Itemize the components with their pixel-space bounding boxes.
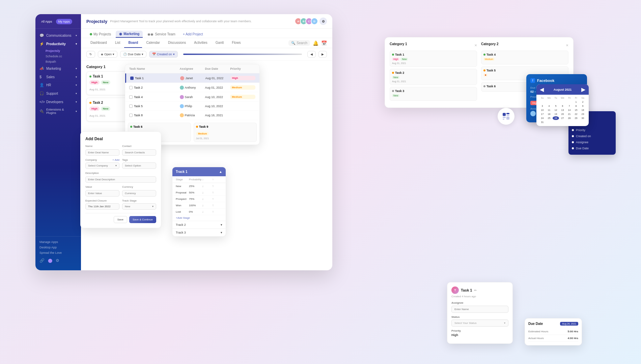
sort-assignee[interactable]: Assignee — [572, 139, 612, 145]
arrow-up-3[interactable]: ↑ — [212, 197, 222, 201]
assignee-field-input[interactable] — [451, 306, 508, 313]
sidebar-item-sales[interactable]: $ Sales ▾ — [35, 73, 81, 81]
tab-discussions[interactable]: Discussions — [164, 38, 190, 48]
sidebar-item-extensions[interactable]: 🔌 Extensions & Plugins ▾ — [35, 106, 81, 117]
name-input[interactable] — [85, 149, 119, 156]
cal-day-7[interactable]: 7 — [566, 104, 573, 108]
tags-select[interactable]: Select Option — [122, 162, 156, 169]
sidebar-item-support[interactable]: 🎧 Support ▾ — [35, 89, 81, 98]
manage-apps-link[interactable]: Manage Apps — [39, 239, 77, 245]
sidebar-subitem-schedule[interactable]: Schedule.cc — [35, 54, 81, 59]
status-select[interactable]: Select Your Status ▾ — [451, 320, 508, 327]
cal-day-26[interactable]: 26 — [553, 116, 559, 120]
save-button[interactable]: Save — [114, 216, 127, 223]
tab-marketing[interactable]: ◉ Marketing — [116, 31, 143, 38]
arrow-up-1[interactable]: ↑ — [212, 184, 222, 188]
sidebar-item-communications[interactable]: 💬 Communications ▾ — [35, 31, 81, 40]
cal-day-31[interactable]: 31 — [539, 120, 546, 124]
add-link[interactable]: + Add — [112, 158, 119, 161]
cal-day-25[interactable]: 25 — [546, 116, 552, 120]
tab-service-team[interactable]: ◉◉ Service Team — [144, 31, 178, 37]
cal-day-9[interactable]: 9 — [580, 104, 586, 108]
cal-day-17[interactable]: 17 — [539, 112, 546, 116]
cal-day-1[interactable]: 1 — [573, 100, 579, 104]
add-project-button[interactable]: + Add Project — [180, 31, 206, 37]
refresh-button[interactable]: ↻ — [86, 51, 95, 58]
desktop-app-link[interactable]: Desktop App — [39, 245, 77, 250]
tab-flows[interactable]: Flows — [228, 38, 245, 48]
sidebar-item-hr[interactable]: 👤 HR ▾ — [35, 81, 81, 89]
tab-activities[interactable]: Activities — [190, 38, 211, 48]
arrow-up-5[interactable]: ↑ — [212, 210, 222, 213]
open-filter-button[interactable]: ◈ Open ▾ — [98, 51, 117, 58]
track-stage-select[interactable]: New ▾ — [122, 203, 156, 210]
description-input[interactable] — [85, 176, 156, 183]
tab-gantt[interactable]: Gantt — [212, 38, 228, 48]
edit-icon[interactable]: ✏ — [474, 289, 477, 292]
created-on-filter-button[interactable]: 📅 Created on ▾ — [149, 51, 178, 58]
arrow-down-3[interactable]: ↓ — [202, 197, 212, 201]
arrow-down-2[interactable]: ↓ — [202, 191, 212, 194]
calendar-icon[interactable]: 📅 — [321, 40, 327, 46]
list-row-4[interactable]: Task 5 Philip Aug 10, 2022 — [125, 102, 259, 111]
company-select[interactable]: Select Company ▾ — [85, 162, 119, 169]
sidebar-item-productivity[interactable]: ⚡ Productivity ▾ — [35, 40, 81, 48]
cal-day-5[interactable]: 5 — [553, 104, 559, 108]
cal-day-22[interactable]: 22 — [573, 112, 579, 116]
currency-input[interactable] — [122, 190, 156, 196]
value-input[interactable] — [85, 190, 119, 196]
arrow-down-5[interactable]: ↓ — [202, 210, 212, 213]
cal-day-12[interactable]: 12 — [553, 108, 559, 112]
sidebar-subitem-botpath[interactable]: Botpath — [35, 59, 81, 64]
cal-day-16[interactable]: 16 — [580, 108, 586, 112]
checkbox-2[interactable] — [129, 86, 133, 89]
settings-icon[interactable]: ⚙ — [56, 258, 59, 263]
tab-board[interactable]: Board — [124, 38, 142, 48]
tab-dashboard[interactable]: Dashboard — [86, 38, 111, 48]
all-apps-btn[interactable]: All Apps — [39, 19, 55, 24]
sort-created-on[interactable]: Created on — [572, 133, 612, 139]
cal-day-20[interactable]: 20 — [559, 112, 566, 116]
arrow-up-2[interactable]: ↑ — [212, 191, 222, 194]
cal-day-2[interactable]: 2 — [580, 100, 586, 104]
cal-day-21[interactable]: 21 — [566, 112, 573, 116]
cal-day-24[interactable]: 24 — [539, 116, 546, 120]
tab-calendar[interactable]: Calendar — [142, 38, 164, 48]
avatar-settings[interactable]: ⚙ — [319, 18, 327, 25]
cal-day-3[interactable]: 3 — [539, 104, 546, 108]
close-icon-1[interactable]: ✕ — [474, 43, 477, 47]
cal-day-18[interactable]: 18 — [546, 112, 552, 116]
cal-day-6[interactable]: 6 — [559, 104, 566, 108]
home-icon[interactable]: ⬤ — [48, 258, 52, 263]
closure-input[interactable]: Thu 11th Jan 2022 — [85, 203, 119, 210]
checkbox-4[interactable] — [129, 104, 133, 108]
next-button[interactable]: ▶ — [318, 51, 327, 58]
track2-accordion[interactable]: Track 2 ▾ — [172, 221, 226, 229]
cal-day-28[interactable]: 28 — [566, 116, 573, 120]
contact-input[interactable] — [122, 149, 156, 156]
sidebar-item-developers[interactable]: </> Developers ▾ — [35, 98, 81, 106]
cal-day-27[interactable]: 27 — [559, 116, 566, 120]
list-row-2[interactable]: Task 2 Anthony Aug 01, 2022 Medium — [125, 83, 259, 92]
cal-day-4[interactable]: 4 — [546, 104, 552, 108]
sort-due-date[interactable]: Due Date — [572, 145, 612, 151]
sidebar-subitem-projectsly[interactable]: Projectsly — [35, 48, 81, 54]
cal-prev-icon[interactable]: ◀ — [540, 86, 544, 93]
save-continue-button[interactable]: Save & Continue — [129, 216, 156, 223]
spread-love-link[interactable]: Spread the Love — [39, 250, 77, 255]
my-apps-btn[interactable]: My Apps — [56, 19, 73, 24]
checkbox-5[interactable] — [129, 114, 133, 117]
prev-button[interactable]: ◀ — [307, 51, 316, 58]
list-row-1[interactable]: Task 1 Janet Aug 01, 2022 High — [125, 73, 259, 83]
checkbox-3[interactable] — [129, 95, 133, 99]
cal-day-8[interactable]: 8 — [573, 104, 579, 108]
tab-list[interactable]: List — [111, 38, 124, 48]
sort-priority[interactable]: Priority — [572, 127, 612, 133]
list-row-5[interactable]: Task 8 Patricia Aug 16, 2021 — [125, 111, 259, 120]
list-row-3[interactable]: Task 4 Sarah Aug 10, 2022 Medium — [125, 92, 259, 102]
cal-day-13[interactable]: 13 — [559, 108, 566, 112]
due-date-filter-button[interactable]: 🕐 Due Date ▾ — [120, 51, 146, 58]
tab-my-projects[interactable]: My Projects — [86, 31, 114, 37]
cal-day-14[interactable]: 14 — [566, 108, 573, 112]
track-collapse-icon[interactable]: ▲ — [219, 170, 222, 174]
